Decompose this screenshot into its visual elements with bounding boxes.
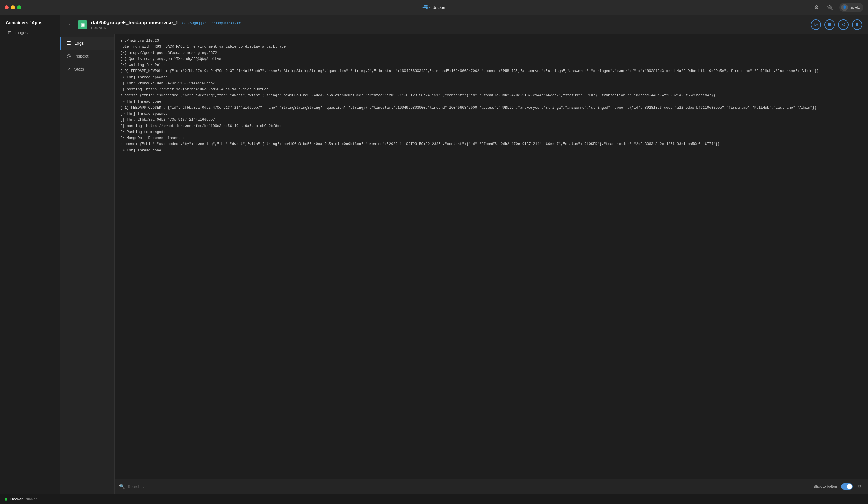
inspect-icon: ◎ — [67, 53, 71, 59]
stats-icon: ↗ — [67, 66, 71, 72]
log-area: src/main.rs:110:23 note: run with `RUST_… — [115, 34, 868, 494]
stop-button[interactable]: ⏹ — [825, 20, 835, 30]
content-area: ‹ ▣ dat250gruppe9_feedapp-muservice_1 da… — [60, 15, 868, 494]
container-header: ‹ ▣ dat250gruppe9_feedapp-muservice_1 da… — [60, 15, 868, 34]
sidebar: Containers / Apps 🖼 Images — [0, 15, 60, 494]
images-icon: 🖼 — [8, 30, 11, 35]
inner-layout: ☰ Logs ◎ Inspect ↗ Stats src/main.rs:110… — [60, 34, 868, 494]
container-tag: dat250gruppe9_feedapp-muservice — [183, 21, 241, 25]
container-header-actions: ⊳ ⏹ ↺ 🗑 — [811, 20, 862, 30]
search-icon: 🔍 — [119, 484, 125, 489]
status-app-name: Docker — [10, 497, 23, 501]
status-bar: Docker running — [0, 494, 868, 504]
container-name-row: dat250gruppe9_feedapp-muservice_1 dat250… — [91, 20, 241, 26]
container-title-block: dat250gruppe9_feedapp-muservice_1 dat250… — [91, 20, 241, 30]
svg-rect-4 — [426, 5, 428, 6]
svg-rect-0 — [422, 7, 424, 8]
user-badge[interactable]: 👤 spydx — [839, 3, 864, 12]
log-search-bar: 🔍 Stick to bottom ⧉ — [115, 479, 868, 494]
svg-rect-1 — [424, 7, 426, 8]
settings-button[interactable]: ⚙ — [812, 3, 821, 12]
stick-to-bottom-label: Stick to bottom — [814, 484, 838, 488]
terminal-icon: ⊳ — [814, 22, 818, 27]
extensions-button[interactable]: 🔌 — [826, 3, 835, 12]
nav-item-inspect[interactable]: ◎ Inspect — [60, 50, 114, 62]
app-title: docker — [422, 4, 445, 10]
logs-icon: ☰ — [67, 40, 71, 46]
window-controls — [4, 6, 21, 9]
copy-button[interactable]: ⧉ — [855, 483, 864, 491]
restart-icon: ↺ — [841, 22, 845, 27]
avatar: 👤 — [841, 4, 848, 11]
container-icon: ▣ — [78, 20, 87, 29]
delete-button[interactable]: 🗑 — [852, 20, 862, 30]
delete-icon: 🗑 — [855, 22, 859, 27]
back-button[interactable]: ‹ — [66, 21, 74, 29]
sidebar-section-title: Containers / Apps — [0, 15, 60, 27]
nav-logs-label: Logs — [74, 41, 84, 46]
main-layout: Containers / Apps 🖼 Images ‹ ▣ dat250gru… — [0, 15, 868, 494]
nav-inspect-label: Inspect — [74, 54, 88, 59]
maximize-button[interactable] — [17, 6, 21, 9]
log-content[interactable]: src/main.rs:110:23 note: run with `RUST_… — [115, 34, 868, 479]
svg-rect-3 — [424, 5, 426, 6]
terminal-button[interactable]: ⊳ — [811, 20, 821, 30]
nav-item-stats[interactable]: ↗ Stats — [60, 62, 114, 75]
stick-to-bottom-toggle[interactable] — [841, 483, 852, 490]
app-name-label: docker — [433, 5, 445, 10]
nav-stats-label: Stats — [74, 67, 84, 71]
title-right-controls: ⚙ 🔌 👤 spydx — [812, 3, 864, 12]
restart-button[interactable]: ↺ — [838, 20, 848, 30]
title-bar: docker ⚙ 🔌 👤 spydx — [0, 0, 868, 15]
container-name: dat250gruppe9_feedapp-muservice_1 — [91, 20, 178, 25]
close-button[interactable] — [4, 6, 9, 9]
status-dot — [4, 498, 8, 501]
container-nav: ☰ Logs ◎ Inspect ↗ Stats — [60, 34, 115, 494]
stop-icon: ⏹ — [827, 22, 832, 27]
search-input[interactable] — [128, 484, 814, 489]
sidebar-item-images[interactable]: 🖼 Images — [2, 28, 58, 38]
sidebar-images-label: Images — [14, 30, 28, 35]
status-running-label: running — [26, 497, 37, 501]
container-status: RUNNING — [91, 26, 241, 30]
docker-logo-icon — [422, 4, 430, 10]
search-right: Stick to bottom ⧉ — [814, 483, 864, 491]
search-left: 🔍 — [119, 484, 814, 489]
username-label: spydx — [850, 5, 860, 9]
container-header-left: ‹ ▣ dat250gruppe9_feedapp-muservice_1 da… — [66, 20, 241, 30]
nav-item-logs[interactable]: ☰ Logs — [60, 37, 114, 50]
minimize-button[interactable] — [11, 6, 15, 9]
svg-rect-5 — [426, 8, 428, 9]
